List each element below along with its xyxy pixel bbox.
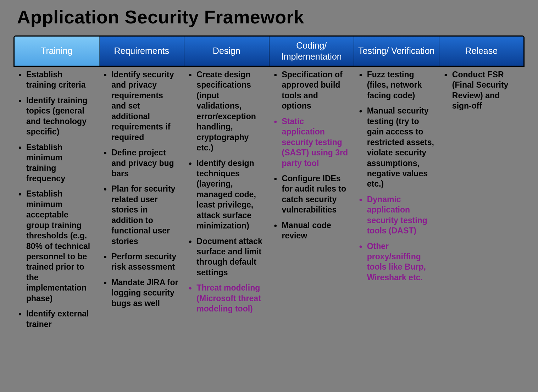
tab-label: Requirements	[114, 45, 169, 56]
list-item: Identify external trainer	[16, 309, 96, 330]
list-item: Create design specifications (input vali…	[186, 70, 267, 153]
tab-requirements[interactable]: Requirements	[100, 37, 185, 66]
tab-label: Testing/ Verification	[358, 45, 434, 56]
tab-design[interactable]: Design	[184, 37, 270, 66]
list-item: Define project and privacy bug bars	[101, 148, 182, 179]
list-item: Dynamic application security testing too…	[356, 194, 437, 236]
list-item: Threat modeling (Microsoft threat modeli…	[186, 283, 267, 314]
list-item: Establish minimum acceptable group train…	[16, 189, 96, 304]
list-item: Static application security testing (SAS…	[271, 116, 352, 169]
tab-testing-verification[interactable]: Testing/ Verification	[354, 37, 439, 66]
list-item: Mandate JIRA for logging security bugs a…	[101, 277, 182, 309]
column-training: Establish training criteria Identify tra…	[13, 70, 99, 335]
list-item: Configure IDEs for audit rules to catch …	[271, 173, 352, 215]
column-coding: Specification of approved build tools an…	[269, 70, 354, 335]
design-list: Create design specifications (input vali…	[184, 70, 267, 314]
tab-label: Training	[41, 45, 72, 56]
slide-title: Application Security Framework	[0, 0, 538, 28]
phase-columns: Establish training criteria Identify tra…	[13, 70, 525, 335]
column-design: Create design specifications (input vali…	[184, 70, 269, 335]
column-requirements: Identify security and privacy requiremen…	[99, 70, 184, 335]
tab-label: Coding/ Implementation	[271, 40, 353, 62]
tab-coding-implementation[interactable]: Coding/ Implementation	[270, 37, 355, 66]
list-item: Specification of approved build tools an…	[271, 70, 352, 111]
list-item: Conduct FSR (Final Security Review) and …	[442, 70, 522, 111]
list-item: Identify design techniques (layering, ma…	[186, 158, 267, 231]
list-item: Perform security risk assessment	[101, 252, 182, 272]
list-item: Document attack surface and limit throug…	[186, 236, 267, 278]
list-item: Manual code review	[271, 220, 352, 241]
list-item: Manual security testing (try to gain acc…	[356, 106, 437, 189]
list-item: Identify training topics (general and te…	[16, 95, 96, 137]
testing-list: Fuzz testing (files, network facing code…	[354, 70, 437, 283]
tab-label: Release	[465, 45, 498, 56]
framework-container: Training Requirements Design Coding/ Imp…	[13, 35, 525, 335]
list-item: Plan for security related user stories i…	[101, 184, 182, 247]
tab-release[interactable]: Release	[439, 37, 524, 66]
phase-tabs: Training Requirements Design Coding/ Imp…	[13, 35, 525, 67]
list-item: Identify security and privacy requiremen…	[101, 70, 182, 143]
tab-training[interactable]: Training	[15, 37, 100, 66]
coding-list: Specification of approved build tools an…	[269, 70, 352, 241]
release-list: Conduct FSR (Final Security Review) and …	[439, 70, 522, 111]
list-item: Establish training criteria	[16, 70, 96, 90]
list-item: Other proxy/sniffing tools like Burp, Wi…	[356, 241, 437, 283]
column-testing: Fuzz testing (files, network facing code…	[354, 70, 439, 335]
list-item: Fuzz testing (files, network facing code…	[356, 70, 437, 101]
column-release: Conduct FSR (Final Security Review) and …	[439, 70, 525, 335]
tab-label: Design	[213, 45, 240, 56]
training-list: Establish training criteria Identify tra…	[13, 70, 96, 330]
list-item: Establish minimum training frequency	[16, 142, 96, 184]
requirements-list: Identify security and privacy requiremen…	[99, 70, 182, 309]
